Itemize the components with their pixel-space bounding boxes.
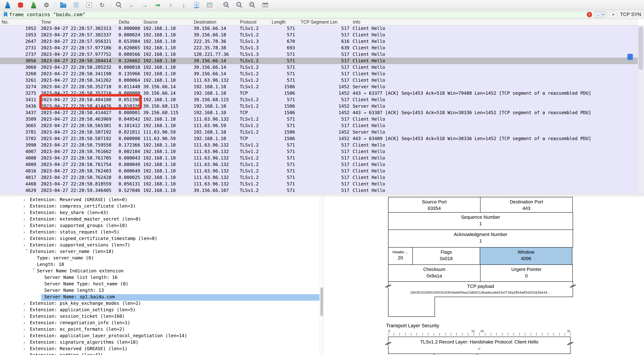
- tree-line[interactable]: ›Extension: supported_versions (len=7): [0, 242, 320, 249]
- packet-row-4007[interactable]: 40072023-04-27 22:28:58.7616620.00210419…: [0, 148, 638, 155]
- tree-line[interactable]: ›Extension: key_share (len=43): [0, 210, 320, 216]
- tree-line[interactable]: ›Extension: padding (len=42): [0, 353, 320, 355]
- expand-arrow-icon[interactable]: ›: [24, 333, 30, 340]
- tree-line[interactable]: ›Extension: server_name (len=18): [0, 249, 320, 255]
- tree-line[interactable]: ›Extension: supported_groups (len=10): [0, 223, 320, 229]
- tcp-field-window[interactable]: Window4096: [480, 247, 572, 265]
- tree-line[interactable]: ›Extension: application_settings (len=5): [0, 307, 320, 314]
- tcp-field-payload[interactable]: TCP payload1603010200010001fc0303dafef0e…: [388, 281, 573, 297]
- tcp-field-flags[interactable]: Flags0x018: [412, 247, 480, 265]
- tree-line[interactable]: ›Extension: extended_master_secret (len=…: [0, 216, 320, 223]
- detail-pane-scrollbar-thumb[interactable]: [320, 287, 323, 316]
- expand-arrow-icon[interactable]: ›: [24, 223, 30, 229]
- tls-record-field[interactable]: TLSv1.2 Record Layer: Handshake Protocol…: [388, 337, 570, 354]
- start-capture-button[interactable]: [2, 0, 13, 9]
- tree-line[interactable]: Server Name: sp1.baidu.com: [0, 294, 320, 301]
- packet-row-4008[interactable]: 40082023-04-27 22:28:58.7617050.00004319…: [0, 155, 638, 161]
- expand-arrow-icon[interactable]: ›: [24, 353, 30, 355]
- go-forward-button[interactable]: →: [139, 0, 150, 9]
- packet-row-3509[interactable]: 35092023-04-27 22:28:58.4639690.04954219…: [0, 116, 638, 122]
- tree-line[interactable]: ›Extension: status_request (len=5): [0, 229, 320, 236]
- reload-file-button[interactable]: ↻: [96, 0, 108, 9]
- column-header-length[interactable]: Length: [270, 19, 299, 25]
- packet-list-scrollbar-thumb[interactable]: [638, 27, 643, 70]
- tree-line[interactable]: ›Extension: ec_point_formats (len=2): [0, 327, 320, 333]
- expand-arrow-icon[interactable]: ›: [24, 340, 30, 346]
- tcp-field-destination-port[interactable]: Destination Port443: [480, 197, 573, 213]
- detail-pane-scrollbar[interactable]: [320, 196, 324, 355]
- expand-arrow-icon[interactable]: ›: [24, 242, 30, 249]
- open-file-button[interactable]: [58, 0, 69, 9]
- packet-row-3436[interactable]: 34362023-04-27 22:28:58.4144260.01032639…: [0, 103, 638, 109]
- go-first-button[interactable]: ↑: [165, 0, 176, 9]
- packet-list-scrollbar[interactable]: [638, 25, 644, 194]
- add-filter-button[interactable]: +: [610, 11, 617, 18]
- packet-row-2647[interactable]: 26472023-04-27 22:28:57.9563210.65398419…: [0, 38, 638, 45]
- go-to-packet-button[interactable]: ⇒: [152, 0, 164, 9]
- expand-arrow-icon[interactable]: ›: [24, 216, 30, 223]
- filter-bookmark-icon[interactable]: [4, 12, 8, 17]
- tree-line[interactable]: ›Extension: compress_certificate (len=3): [0, 203, 320, 210]
- tree-line[interactable]: ›Extension: Reserved (GREASE) (len=0): [0, 197, 320, 203]
- stop-capture-button[interactable]: [15, 0, 26, 9]
- packet-row-4629[interactable]: 46292023-04-27 22:28:59.3464050.52784619…: [0, 187, 638, 194]
- column-header-delta[interactable]: Delta: [117, 19, 142, 25]
- packet-row-3056[interactable]: 30562023-04-27 22:28:58.2044140.22666219…: [0, 58, 638, 64]
- packet-row-3665[interactable]: 36652023-04-27 22:28:58.5653810.10141219…: [0, 122, 638, 129]
- packet-row-1953[interactable]: 19532023-04-27 22:28:57.3023370.00002419…: [0, 32, 638, 38]
- tree-line[interactable]: ›Server Name Indication extension: [0, 268, 320, 275]
- zoom-out-button[interactable]: −: [234, 0, 245, 9]
- column-header-time[interactable]: Time: [40, 19, 117, 25]
- expand-arrow-icon[interactable]: ›: [24, 210, 30, 216]
- tcp-field-header-[interactable]: Header ...20: [388, 247, 413, 265]
- tree-line[interactable]: ›Extension: renegotiation_info (len=1): [0, 320, 320, 327]
- packet-row-2737[interactable]: 27372023-04-27 22:28:57.9777520.00056619…: [0, 51, 638, 58]
- tree-line[interactable]: Server Name length: 13: [0, 288, 320, 294]
- go-last-button[interactable]: ↓: [178, 0, 190, 9]
- zoom-reset-button[interactable]: =: [246, 0, 258, 9]
- packet-row-4017[interactable]: 40172023-04-27 22:28:58.7624280.00002519…: [0, 174, 638, 181]
- find-packet-button[interactable]: [113, 0, 124, 9]
- scroll-position-marker[interactable]: [628, 54, 633, 60]
- pane-splitter[interactable]: [0, 194, 644, 196]
- expand-arrow-icon[interactable]: ›: [24, 203, 30, 210]
- clear-filter-button[interactable]: ×: [587, 12, 592, 17]
- tcp-field-sequence-number[interactable]: Sequence Number1: [388, 212, 573, 230]
- expand-arrow-icon[interactable]: ›: [24, 314, 30, 320]
- packet-row-3990[interactable]: 39902023-04-27 22:28:58.7595580.17236619…: [0, 142, 638, 148]
- colorize-button[interactable]: [204, 0, 216, 9]
- expand-arrow-icon[interactable]: ›: [24, 301, 30, 307]
- column-header-no-[interactable]: No.: [0, 19, 40, 25]
- tree-line[interactable]: ›Extension: session_ticket (len=160): [0, 314, 320, 320]
- tree-line[interactable]: ›Extension: application_layer_protocol_n…: [0, 333, 320, 340]
- tree-line[interactable]: ›Extension: signed_certificate_timestamp…: [0, 236, 320, 242]
- resize-columns-button[interactable]: [260, 0, 271, 9]
- column-header-destination[interactable]: Destination: [192, 19, 238, 25]
- column-header-tcp-segment-len[interactable]: TCP Segment Len: [299, 19, 351, 25]
- tree-line[interactable]: ›Extension: signature_algorithms (len=18…: [0, 340, 320, 346]
- expand-arrow-icon[interactable]: ›: [24, 320, 30, 327]
- filter-history-dropdown-icon[interactable]: ▾: [601, 12, 605, 16]
- auto-scroll-button[interactable]: ↓: [191, 0, 202, 9]
- capture-options-button[interactable]: ⚙: [41, 0, 52, 9]
- apply-filter-icon[interactable]: →: [594, 12, 601, 17]
- packet-row-3274[interactable]: 32742023-04-27 22:28:58.3527100.01144839…: [0, 83, 638, 90]
- expand-arrow-icon[interactable]: ›: [24, 346, 30, 353]
- packet-row-4016[interactable]: 40162023-04-27 22:28:58.7624030.00064919…: [0, 168, 638, 174]
- column-header-info[interactable]: Info: [351, 19, 638, 25]
- packet-row-2731[interactable]: 27312023-04-27 22:28:57.9771860.02086519…: [0, 45, 638, 51]
- tree-line[interactable]: Server Name list length: 16: [0, 275, 320, 281]
- zoom-in-button[interactable]: +: [220, 0, 232, 9]
- tree-line[interactable]: ›Extension: psk_key_exchange_modes (len=…: [0, 301, 320, 307]
- tcp-field-acknowledgment-number[interactable]: Acknowledgment Number1: [388, 230, 573, 248]
- packet-row-3702[interactable]: 37022023-04-27 22:28:58.5871920.00000011…: [0, 135, 638, 142]
- expand-arrow-icon[interactable]: ›: [24, 197, 30, 203]
- tree-line[interactable]: Server Name Type: host_name (0): [0, 281, 320, 288]
- packet-row-3060[interactable]: 30602023-04-27 22:28:58.2052320.00081819…: [0, 64, 638, 70]
- collapse-arrow-icon[interactable]: ›: [24, 249, 30, 255]
- tcp-field-source-port[interactable]: Source Port63354: [388, 197, 480, 213]
- packet-row-4009[interactable]: 40092023-04-27 22:28:58.7617540.00004919…: [0, 161, 638, 168]
- expand-arrow-icon[interactable]: ›: [24, 229, 30, 236]
- column-header-protocol[interactable]: Protocol: [238, 19, 270, 25]
- packet-row-3275[interactable]: 32752023-04-27 22:28:58.3527100.00000039…: [0, 90, 638, 96]
